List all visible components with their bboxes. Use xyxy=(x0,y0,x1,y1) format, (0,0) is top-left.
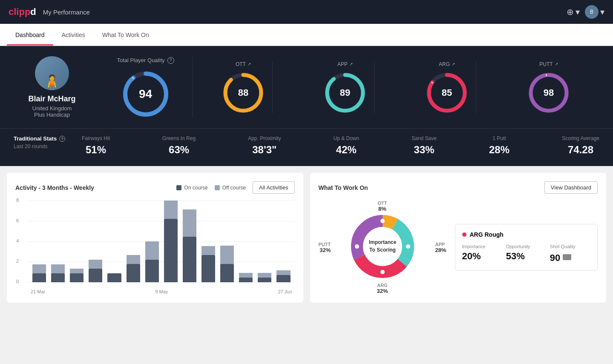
add-dropdown-arrow: ▾ xyxy=(576,7,580,17)
info-grid: Importance 20% Opportunity 53% Shot Qual… xyxy=(462,244,591,264)
putt-donut-label: PUTT 32% xyxy=(319,242,331,253)
all-activities-button[interactable]: All Activities xyxy=(253,181,295,194)
stat-subtitle: Last 20 rounds xyxy=(14,143,82,149)
stats-list: Fairways Hit 51% Greens In Reg 63% App. … xyxy=(82,135,599,156)
score-card-ott: OTT ↗ 88 xyxy=(214,61,273,113)
user-dropdown-arrow: ▾ xyxy=(600,7,604,17)
putt-score: 98 xyxy=(544,87,554,98)
bar-group-12 xyxy=(256,201,273,282)
bar-on-7 xyxy=(164,219,178,282)
bar-on-3 xyxy=(89,269,102,282)
bar-off-8 xyxy=(183,209,196,237)
bar-off-9 xyxy=(201,246,215,255)
wtwo-header: What To Work On View Dashboard xyxy=(319,181,598,194)
user-menu[interactable]: B ▾ xyxy=(585,5,604,19)
bar-group-9 xyxy=(200,201,217,282)
arg-label: ARG ↗ xyxy=(439,61,455,67)
tab-activities[interactable]: Activities xyxy=(53,24,94,46)
bar-off-13 xyxy=(276,270,290,275)
activity-bar-chart: 8 6 4 2 0 21 Mar 9 May 27 Jun xyxy=(15,201,295,294)
bar-off-11 xyxy=(239,273,253,278)
bar-group-7 xyxy=(162,201,179,282)
view-dashboard-button[interactable]: View Dashboard xyxy=(544,181,598,194)
bar-group-6 xyxy=(144,201,161,282)
quality-label: Total Player Quality ? xyxy=(117,57,174,64)
activity-chart-title: Activity - 3 Months - Weekly xyxy=(15,184,94,191)
app-ring: 89 xyxy=(325,72,365,113)
bar-off-10 xyxy=(220,246,234,264)
ott-ring: 88 xyxy=(223,72,264,113)
bar-group-1 xyxy=(49,201,66,282)
arg-arrow-icon: ↗ xyxy=(452,62,455,66)
header: clippd My Performance ⊕ ▾ B ▾ xyxy=(0,0,613,24)
app-label: APP ↗ xyxy=(337,61,353,67)
tab-what-to-work-on[interactable]: What To Work On xyxy=(94,24,158,46)
bar-on-8 xyxy=(183,237,196,282)
activity-legend: On course Off course xyxy=(176,185,246,191)
score-card-putt: PUTT ↗ 98 xyxy=(520,61,578,113)
legend-on-course: On course xyxy=(176,185,207,191)
legend-off-course: Off course xyxy=(215,185,246,191)
app-donut-label: APP 28% xyxy=(435,242,446,253)
putt-ring: 98 xyxy=(528,72,569,113)
bar-stack-6 xyxy=(145,241,159,282)
info-importance: Importance 20% xyxy=(462,244,503,264)
bar-stack-1 xyxy=(51,264,65,282)
bar-stack-10 xyxy=(220,246,234,282)
ott-donut-label: OTT 8% xyxy=(378,201,387,212)
bar-stack-3 xyxy=(89,260,102,282)
main-tabs: Dashboard Activities What To Work On xyxy=(0,24,613,46)
bar-group-3 xyxy=(87,201,104,282)
quality-info-icon[interactable]: ? xyxy=(167,57,174,64)
logo-text: clippd xyxy=(9,6,36,17)
stat-oneputt: 1 Putt 28% xyxy=(489,135,509,156)
arg-score: 85 xyxy=(442,87,452,98)
bar-on-0 xyxy=(32,273,46,282)
bar-on-5 xyxy=(127,264,140,282)
score-cards: OTT ↗ 88 APP ↗ xyxy=(193,61,599,113)
what-to-work-on-card: What To Work On View Dashboard OTT 8% AP… xyxy=(310,173,607,303)
stat-info: Traditional Stats ? Last 20 rounds xyxy=(14,135,82,156)
player-info: 🧍 Blair McHarg United Kingdom Plus Handi… xyxy=(14,56,99,118)
bar-group-13 xyxy=(275,201,292,282)
activity-card-header: Activity - 3 Months - Weekly On course O… xyxy=(15,181,295,194)
putt-dot xyxy=(355,244,359,249)
logo: clippd xyxy=(9,6,36,17)
bar-off-12 xyxy=(258,273,271,278)
stat-title: Traditional Stats ? xyxy=(14,135,82,142)
bar-off-1 xyxy=(51,264,65,273)
plus-circle-icon: ⊕ xyxy=(567,7,574,17)
score-card-arg: ARG ↗ 85 xyxy=(418,61,476,113)
bar-group-4 xyxy=(106,201,123,282)
bars-container xyxy=(28,201,295,282)
bar-group-5 xyxy=(125,201,142,282)
bar-off-0 xyxy=(32,264,46,273)
tab-dashboard[interactable]: Dashboard xyxy=(7,24,53,46)
page-title: My Performance xyxy=(43,9,90,16)
header-left: clippd My Performance xyxy=(9,6,90,17)
app-arrow-icon: ↗ xyxy=(349,62,353,66)
bar-stack-2 xyxy=(70,269,83,282)
add-button[interactable]: ⊕ ▾ xyxy=(567,7,580,17)
bar-group-10 xyxy=(219,201,236,282)
donut-svg-container: Importance To Scoring xyxy=(348,212,417,282)
stats-info-icon[interactable]: ? xyxy=(59,136,65,142)
bottom-section: Activity - 3 Months - Weekly On course O… xyxy=(0,166,613,310)
player-country: United Kingdom xyxy=(32,105,72,112)
legend-on-dot xyxy=(176,185,181,190)
bar-group-2 xyxy=(68,201,85,282)
bar-off-5 xyxy=(127,255,140,264)
bar-stack-7 xyxy=(164,201,178,282)
stats-bar: Traditional Stats ? Last 20 rounds Fairw… xyxy=(0,128,613,166)
stat-proximity: App. Proximity 38'3" xyxy=(248,135,281,156)
player-figure-icon: 🧍 xyxy=(41,75,63,90)
bar-group-8 xyxy=(181,201,198,282)
info-panel: ARG Rough Importance 20% Opportunity 53%… xyxy=(455,224,598,271)
info-opportunity: Opportunity 53% xyxy=(506,244,547,264)
activity-header-right: On course Off course All Activities xyxy=(176,181,294,194)
shot-quality-row: 90 xyxy=(550,251,590,264)
bar-on-2 xyxy=(70,273,83,282)
bar-stack-13 xyxy=(276,270,290,282)
putt-label: PUTT ↗ xyxy=(539,61,558,67)
bar-stack-12 xyxy=(258,273,271,282)
